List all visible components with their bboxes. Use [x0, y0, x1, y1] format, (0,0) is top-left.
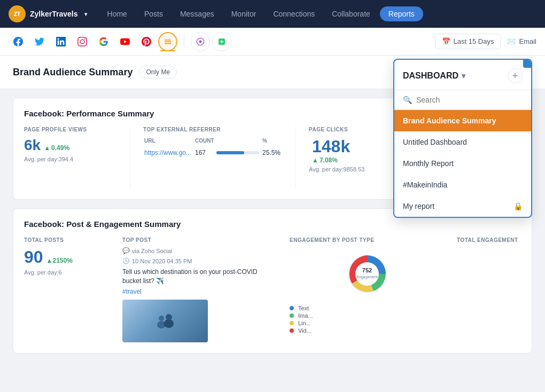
- svg-point-9: [164, 319, 174, 328]
- legend-item-video: Vid...: [290, 327, 444, 334]
- total-posts-change: ▲ 2150%: [46, 257, 73, 264]
- social-tab-instagram[interactable]: [73, 32, 92, 51]
- email-button[interactable]: ✉️ Email: [507, 37, 536, 45]
- social-tab-youtube[interactable]: [115, 32, 135, 51]
- dropdown-item-untitled[interactable]: Untitled Dashboard: [394, 131, 531, 153]
- svg-point-10: [159, 316, 164, 321]
- social-tab-pinterest[interactable]: [137, 32, 156, 51]
- calendar-icon: 📅: [442, 37, 450, 45]
- top-post-box: 💬 via Zoho Social 🕓 10 Nov 2020 04:35 PM…: [122, 247, 277, 342]
- video-dot: [290, 328, 294, 333]
- clock-icon: 🕓: [122, 257, 130, 264]
- legend-item-link: Lin...: [290, 320, 444, 326]
- email-label: Email: [519, 37, 536, 45]
- top-navigation: ZT ZylkerTravels ▾ Home Posts Messages M…: [0, 0, 545, 28]
- date-range-button[interactable]: 📅 Last 15 Days: [435, 34, 501, 49]
- dropdown-item-my-report[interactable]: My report 🔒: [394, 195, 531, 217]
- dashboard-dropdown: DASHBOARD ▾ + 🔍 Brand Audience Summary U…: [393, 59, 532, 218]
- dropdown-item-brand-audience[interactable]: Brand Audience Summary: [394, 110, 531, 131]
- page-profile-views-label: PAGE PROFILE VIEWS: [24, 127, 117, 132]
- date-email-actions: 📅 Last 15 Days ✉️ Email: [435, 34, 536, 49]
- svg-point-11: [166, 314, 172, 320]
- count-col-header: COUNT: [195, 138, 215, 147]
- page-clicks-label: PAGE CLICKS: [309, 127, 402, 132]
- up-arrow-icon: ▲: [312, 156, 318, 164]
- top-post-label: TOP POST: [122, 237, 277, 243]
- legend-item-text: Text: [290, 305, 444, 311]
- pie-chart-container: 752 Engagement: [290, 247, 444, 301]
- legend-video-label: Vid...: [298, 327, 312, 334]
- total-engagement-section: TOTAL ENGAGEMENT: [457, 237, 521, 342]
- page-profile-views-change: ▲ 0.49%: [44, 144, 69, 152]
- top-post-date: 🕓 10 Nov 2020 04:35 PM: [122, 257, 277, 264]
- svg-text:Engagement: Engagement: [356, 275, 378, 279]
- total-engagement-label: TOTAL ENGAGEMENT: [457, 237, 521, 243]
- page-profile-views-section: PAGE PROFILE VIEWS 6k ▲ 0.49% Avg. per d…: [24, 127, 130, 189]
- image-dot: [290, 313, 294, 318]
- add-dashboard-button[interactable]: +: [508, 68, 523, 83]
- social-tab-facebook[interactable]: [9, 32, 28, 51]
- engagement-legend: Text Ima... Lin... Vid...: [290, 305, 444, 334]
- top-external-referrer-label: TOP EXTERNAL REFERRER: [143, 127, 283, 132]
- up-arrow-icon: ▲: [46, 257, 53, 264]
- top-post-section: TOP POST 💬 via Zoho Social 🕓 10 Nov 2020…: [122, 237, 277, 342]
- legend-item-image: Ima...: [290, 312, 444, 319]
- brand-name: ZylkerTravels: [30, 10, 78, 18]
- total-posts-label: TOTAL POSTS: [24, 237, 110, 243]
- page-profile-views-value: 6k: [24, 137, 41, 154]
- tab-divider: [184, 35, 184, 48]
- social-tab-twitter[interactable]: [30, 32, 49, 51]
- page-clicks-value: 148k: [312, 137, 350, 156]
- referrer-url[interactable]: https://www.go...: [144, 149, 191, 156]
- legend-link-label: Lin...: [298, 320, 311, 326]
- social-tab-google[interactable]: [94, 32, 113, 51]
- nav-messages[interactable]: Messages: [173, 5, 222, 22]
- top-external-referrer-section: TOP EXTERNAL REFERRER URL COUNT % https:…: [143, 127, 296, 189]
- post-image-inner: [122, 300, 208, 342]
- page-clicks-avg: Avg. per day:9858.53: [309, 166, 402, 173]
- total-posts-avg: Avg. per day:6: [24, 269, 110, 276]
- visibility-badge[interactable]: Only Me: [139, 66, 177, 79]
- social-tab-buffer[interactable]: [158, 32, 177, 51]
- page-profile-views-avg: Avg. per day:394.4: [24, 156, 117, 162]
- nav-posts[interactable]: Posts: [137, 5, 170, 22]
- referrer-percent: 25.5%: [262, 148, 282, 158]
- dropdown-item-makein-india[interactable]: #MakeinIndia: [394, 174, 531, 195]
- percent-col-header: %: [262, 138, 282, 147]
- url-col-header: URL: [144, 138, 194, 147]
- engagement-pie-chart: 752 Engagement: [340, 247, 394, 301]
- post-image-silhouette: [154, 313, 176, 329]
- dashboard-search-input[interactable]: [416, 96, 523, 104]
- engagement-type-label: ENGAGEMENT BY POST TYPE: [290, 237, 444, 243]
- engagement-grid: TOTAL POSTS 90 ▲ 2150% Avg. per day:6 TO…: [24, 237, 521, 342]
- facebook-engagement-card: Facebook: Post & Engagement Summary TOTA…: [13, 208, 532, 354]
- top-post-tag: #travel: [122, 288, 277, 295]
- text-dot: [290, 306, 294, 310]
- referrer-table: URL COUNT % https://www.go... 167: [143, 137, 283, 159]
- top-post-text: Tell us which destination is on your pos…: [122, 268, 277, 286]
- nav-collaborate[interactable]: Collaborate: [324, 5, 378, 22]
- page-clicks-change: ▲ 7.08%: [312, 156, 338, 164]
- nav-reports[interactable]: Reports: [380, 6, 423, 21]
- referrer-bar: [216, 151, 244, 154]
- social-tab-linkedin[interactable]: [51, 32, 71, 51]
- social-tab-misc2[interactable]: [212, 32, 231, 51]
- nav-items: Home Posts Messages Monitor Connections …: [100, 5, 536, 22]
- nav-monitor[interactable]: Monitor: [224, 5, 264, 22]
- dropdown-item-monthly-report[interactable]: Monthly Report: [394, 153, 531, 174]
- nav-connections[interactable]: Connections: [266, 5, 322, 22]
- brand-logo[interactable]: ZT ZylkerTravels ▾: [9, 5, 87, 22]
- svg-rect-2: [165, 43, 171, 44]
- top-post-image: [122, 300, 208, 342]
- referrer-count: 167: [195, 148, 215, 158]
- lock-icon: 🔒: [513, 202, 523, 210]
- email-icon: ✉️: [507, 37, 516, 45]
- svg-rect-1: [165, 41, 171, 42]
- brand-chevron-icon: ▾: [84, 11, 87, 17]
- svg-text:752: 752: [362, 267, 371, 273]
- legend-text-label: Text: [298, 305, 309, 311]
- social-tab-misc1[interactable]: [191, 32, 210, 51]
- nav-home[interactable]: Home: [100, 5, 135, 22]
- svg-rect-0: [165, 40, 171, 41]
- link-dot: [290, 321, 294, 325]
